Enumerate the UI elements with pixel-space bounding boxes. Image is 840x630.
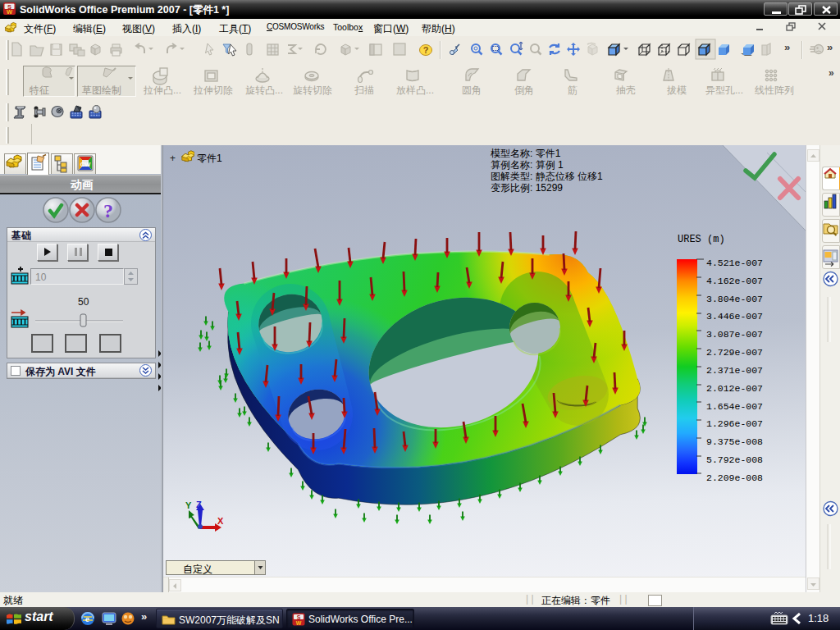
svg-text:Y: Y — [185, 500, 192, 510]
svg-text:W: W — [296, 620, 302, 626]
svg-text:W: W — [7, 8, 13, 16]
svg-text:X: X — [217, 516, 224, 526]
svg-text:e: e — [85, 614, 89, 623]
svg-text:?: ? — [423, 45, 429, 55]
svg-text:Z: Z — [196, 500, 202, 509]
svg-text:CW: CW — [80, 161, 91, 168]
svg-text:»: » — [141, 610, 147, 623]
svg-text:»: » — [827, 41, 833, 53]
svg-text:?: ? — [103, 200, 113, 221]
svg-text:»: » — [784, 41, 790, 53]
